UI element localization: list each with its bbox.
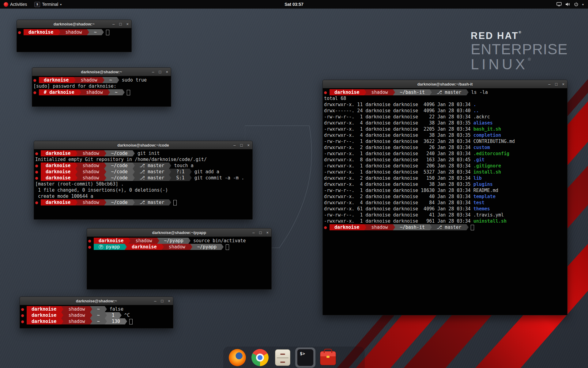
terminal-content[interactable]: ● darknoise shadow ~ sudo true[sudo] pas… [32,76,171,96]
powerline-arrow-icon [466,89,469,95]
prompt-segment-dir: ~/code [106,199,133,205]
maximize-button[interactable]: □ [119,22,122,26]
powerline-arrow-icon [188,238,190,244]
activities-button[interactable]: Activities [0,0,31,9]
close-button[interactable]: × [266,231,269,235]
maximize-button[interactable]: □ [555,82,558,86]
files-icon [275,349,290,366]
powerline-arrow-icon [169,175,171,181]
terminal-text: [sudo] password for darknoise: [33,83,119,89]
terminal-text: ● [33,90,39,95]
minimize-button[interactable]: – [152,70,154,74]
dock-item-files[interactable] [274,349,291,366]
terminal-window-pyapp[interactable]: darknoise@shadow:~/pyapp–□×● darknoise s… [87,228,272,289]
terminal-window-code[interactable]: darknoise@shadow:~/code–□×● darknoise sh… [34,141,253,220]
terminal-text: -rwxrwxr-x. 1 darknoise darknoise 240 Ja… [324,151,473,156]
prompt-segment-dir: ~ [110,89,123,95]
maximize-button[interactable]: □ [161,299,164,303]
terminal-content[interactable]: ● darknoise shadow ~/pyapp source bin/ac… [87,237,271,251]
system-status-area[interactable]: ▾ [552,0,588,9]
terminal-window-home-3[interactable]: darknoise@shadow:~–□×● darknoise shadow … [20,297,173,328]
terminal-text: -rwxrwxr-x. 1 darknoise darknoise 206 Ja… [324,163,473,169]
terminal-line: drwxrwxr-x. 4 darknoise darknoise 38 Jan… [324,120,566,126]
terminal-text: source bin/activate [190,238,246,243]
maximize-button[interactable]: □ [259,231,262,235]
app-menu-terminal[interactable]: $ Terminal ▾ [31,0,65,9]
terminal-cursor [173,200,177,205]
terminal-window-home-1[interactable]: darknoise@shadow:~–□×● darknoise shadow … [17,20,132,52]
powerline-arrow-icon [104,163,106,169]
window-titlebar[interactable]: darknoise@shadow:~–□× [17,20,131,28]
terminal-line: ● darknoise shadow ~ 1 ^C [21,312,172,318]
prompt-segment-ret: 1 [107,312,119,318]
dock-item-firefox[interactable] [229,349,246,366]
terminal-content[interactable]: ● darknoise shadow ~ [17,28,131,36]
dock-item-app-grid[interactable] [342,349,359,366]
terminal-content[interactable]: ● darknoise shadow ~/bash-it ⎇ master ls… [323,88,567,231]
window-title: darknoise@shadow:~/bash-it [417,82,473,86]
terminal-cursor [129,319,133,324]
minimize-button[interactable]: – [233,143,236,147]
powerline-arrow-icon [58,29,60,35]
terminal-cursor [471,225,474,230]
prompt-segment-dir: ~/code [106,175,133,181]
window-titlebar[interactable]: darknoise@shadow:~/code–□× [34,141,252,149]
powerline-arrow-icon [190,169,192,175]
minimize-button[interactable]: – [112,22,115,26]
window-titlebar[interactable]: darknoise@shadow:~/pyapp–□× [87,228,271,237]
prompt-segment-dir: ~/code [106,150,133,156]
minimize-button[interactable]: – [252,231,254,235]
terminal-text: install.sh [473,169,501,175]
minimize-button[interactable]: – [548,82,550,86]
prompt-segment-dir: ~ [92,312,105,318]
terminal-line: Initialized empty Git repository in /hom… [35,156,251,163]
powerline-arrow-icon [61,318,63,324]
terminal-window-bash-it[interactable]: darknoise@shadow:~/bash-it–□×● darknoise… [322,80,567,315]
terminal-text: ls -la [469,90,488,95]
close-button[interactable]: × [247,143,250,147]
prompt-segment-dir: ~ [104,77,117,83]
prompt-segment-host: shadow [77,199,104,205]
powerline-arrow-icon [133,199,135,205]
dock-item-terminal[interactable]: $> [297,349,314,366]
dock-item-toolbox[interactable] [319,349,337,366]
window-titlebar[interactable]: darknoise@shadow:~–□× [32,68,171,76]
prompt-segment-git: ⎇ master [135,163,169,169]
window-titlebar[interactable]: darknoise@shadow:~–□× [20,297,173,305]
maximize-button[interactable]: □ [240,143,243,147]
close-button[interactable]: × [166,70,168,74]
terminal-content[interactable]: ● darknoise shadow ~ false● darknoise sh… [20,305,173,325]
terminal-content[interactable]: ● darknoise shadow ~/code git initInitia… [34,149,252,206]
powerline-arrow-icon [133,163,135,169]
close-button[interactable]: × [126,22,129,26]
terminal-text: template [473,194,496,199]
prompt-segment-user: darknoise [27,318,61,324]
terminal-line: ● darknoise shadow ~/code ⎇ master [35,199,251,205]
prompt-segment-host: shadow [77,175,104,181]
prompt-segment-dir: ~ [92,306,105,312]
powerline-arrow-icon [119,312,122,318]
close-button[interactable]: × [562,82,564,86]
powerline-arrow-icon [393,224,395,230]
terminal-text: ^C [122,312,130,318]
maximize-button[interactable]: □ [159,70,161,74]
terminal-text: .. [473,108,479,113]
terminal-line: ● darknoise shadow ~/code ⎇ master S:1 g… [35,175,251,181]
window-controls: –□× [252,228,269,236]
prompt-segment-dir: ~/pyapp [159,238,188,244]
dock-item-chrome[interactable] [251,349,269,366]
minimize-button[interactable]: – [154,299,156,303]
powerline-arrow-icon [108,89,110,95]
terminal-window-home-2[interactable]: darknoise@shadow:~–□×● darknoise shadow … [32,67,171,107]
prompt-segment-host: shadow [81,89,107,95]
close-button[interactable]: × [168,299,170,303]
prompt-segment-gitstat: ?:1 [171,169,189,175]
powerline-arrow-icon [104,169,106,175]
terminal-text: -rw-rw-r--. 1 darknoise darknoise 3622 J… [324,139,515,144]
powerline-arrow-icon [117,77,119,83]
window-titlebar[interactable]: darknoise@shadow:~/bash-it–□× [323,80,567,88]
window-title: darknoise@shadow:~/code [117,143,169,148]
clock[interactable]: Sat 03:57 [285,2,303,7]
toolbox-icon [320,351,336,365]
prompt-segment-user: darknoise [41,150,75,156]
